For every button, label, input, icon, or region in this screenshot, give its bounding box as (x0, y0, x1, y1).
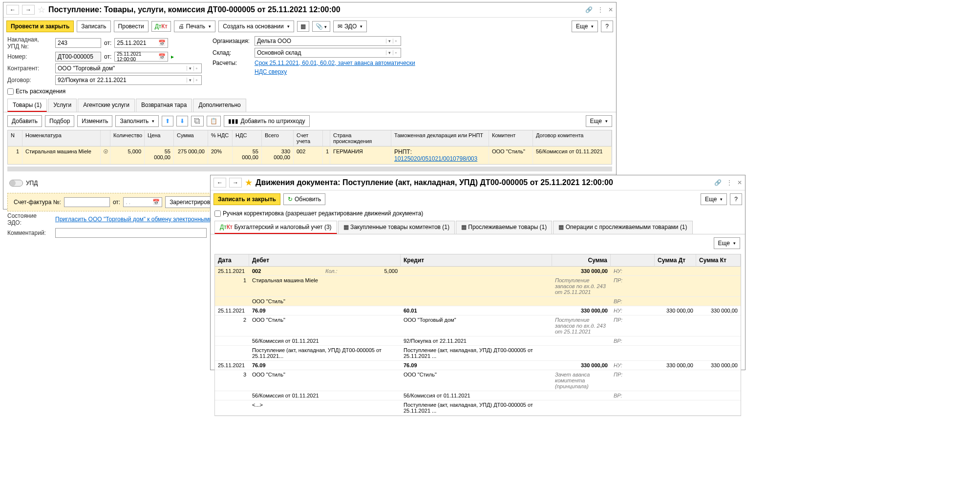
postings-header: Дата Дебет Кредит Сумма Сумма Дт Сумма К… (215, 254, 741, 267)
menu-icon[interactable]: ⋮ (597, 6, 603, 13)
comment-label: Комментарий: (7, 230, 52, 236)
tab-additional[interactable]: Дополнительно (193, 99, 246, 112)
invoice-no-input[interactable] (55, 38, 101, 48)
posting-row[interactable]: 25.11.2021 76.09 60.01 330 000,00 НУ: 33… (215, 306, 741, 361)
pick-button[interactable]: Подбор (45, 115, 74, 127)
table-header: N Номенклатура Количество Цена Сумма % Н… (8, 130, 612, 146)
upd-label: УПД (26, 180, 38, 187)
sf-number-input[interactable] (64, 197, 110, 207)
posting-row[interactable]: 25.11.2021 76.09 76.09 330 000,00 НУ: 33… (215, 361, 741, 416)
goods-toolbar: Добавить Подбор Изменить Заполнить ⬆ ⬇ ⿻… (3, 112, 616, 130)
contragent-label: Контрагент: (7, 65, 52, 72)
tab-traceable[interactable]: ▦ Прослеживаемые товары (1) (456, 221, 552, 234)
number-field: ДТ00-000005 (55, 52, 101, 62)
menu-icon-2[interactable]: ⋮ (726, 179, 732, 186)
edo-state-label: Состояние ЭДО: (7, 212, 52, 226)
calc-label: Расчеты: (213, 60, 252, 66)
more-button-2[interactable]: Еще (701, 193, 727, 205)
discrepancy-checkbox[interactable] (7, 88, 14, 95)
tab-accounting[interactable]: ДтКт Бухгалтерский и налоговый учет (3) (214, 221, 337, 234)
table-row[interactable]: 1 Стиральная машина Miele ⦾ 5,000 55 000… (8, 146, 612, 164)
attachment-icon-button[interactable]: 📎 (312, 21, 330, 32)
tab-agent-services[interactable]: Агентские услуги (78, 99, 135, 112)
tab-services[interactable]: Услуги (48, 99, 77, 112)
org-label: Организация: (213, 38, 252, 44)
goods-more-button[interactable]: Еще (586, 115, 612, 127)
nav-forward-button-2[interactable]: → (229, 178, 242, 188)
structure-icon-button[interactable]: ▦ (297, 21, 309, 32)
tab-traceable-ops[interactable]: ▦ Операции с прослеживаемыми товарами (1… (553, 221, 692, 234)
fill-button[interactable]: Заполнить (115, 115, 159, 127)
edit-row-button[interactable]: Изменить (77, 115, 112, 127)
movements-tabs: ДтКт Бухгалтерский и налоговый учет (3) … (211, 221, 745, 234)
help-button-2[interactable]: ? (730, 193, 742, 205)
post-and-close-button[interactable]: Провести и закрыть (6, 21, 74, 32)
sf-label: Счет-фактура №: (14, 199, 61, 206)
edo-invite-link[interactable]: Пригласить ООО "Торговый дом" к обмену э… (55, 216, 231, 223)
from-label-2: от: (104, 53, 111, 60)
number-date-input[interactable]: 25.11.2021 12:00:00📅 (114, 52, 168, 62)
posting-row[interactable]: 25.11.2021 002 Кол.: 5,000 330 000,00 НУ… (215, 267, 741, 306)
manual-correction-label: Ручная корректировка (разрешает редактир… (223, 210, 423, 217)
post-button[interactable]: Провести (114, 21, 149, 32)
nav-back-button[interactable]: ← (6, 5, 19, 15)
link-icon-2[interactable]: 🔗 (714, 179, 722, 186)
select-icon[interactable]: ⦾ (101, 146, 110, 164)
save-close-button[interactable]: Записать и закрыть (213, 193, 280, 205)
favorite-star-icon-2[interactable]: ★ (245, 177, 253, 188)
invoice-date-input[interactable]: 25.11.2021📅 (114, 38, 168, 48)
from-label: от: (104, 40, 111, 46)
window-title-2: Движения документа: Поступление (акт, на… (256, 178, 711, 187)
copy-icon-button[interactable]: ⿻ (191, 116, 204, 126)
tab-goods[interactable]: Товары (1) (7, 99, 47, 112)
help-button[interactable]: ? (601, 21, 613, 32)
vat-link[interactable]: НДС сверху (255, 68, 287, 75)
add-by-barcode-button[interactable]: ▮▮▮ Добавить по штрихкоду (224, 115, 309, 127)
comment-input[interactable] (55, 228, 207, 238)
tab-purchased-goods[interactable]: ▦ Закупленные товары комитентов (1) (338, 221, 455, 234)
discrepancy-label: Есть расхождения (16, 88, 65, 95)
warehouse-input[interactable]: Основной склад▾▫ (255, 48, 401, 58)
contragent-input[interactable]: ООО "Торговый дом"▾▫ (55, 63, 202, 73)
tabs: Товары (1) Услуги Агентские услуги Возвр… (3, 99, 616, 112)
postings-more-button[interactable]: Еще (714, 237, 740, 249)
manual-correction-checkbox[interactable] (214, 210, 221, 217)
main-toolbar: Провести и закрыть Записать Провести ДтК… (3, 18, 616, 35)
close-icon[interactable]: ✕ (608, 6, 613, 13)
move-down-button[interactable]: ⬇ (176, 116, 188, 126)
goods-table: N Номенклатура Количество Цена Сумма % Н… (7, 130, 612, 165)
favorite-star-icon[interactable]: ☆ (38, 4, 45, 15)
number-label: Номер: (7, 53, 52, 60)
table-scrollbar[interactable] (7, 167, 612, 171)
window-title: Поступление: Товары, услуги, комиссия ДТ… (48, 5, 582, 14)
more-button[interactable]: Еще (572, 21, 598, 32)
save-button[interactable]: Записать (77, 21, 110, 32)
titlebar-2: ← → ★ Движения документа: Поступление (а… (211, 175, 745, 190)
movements-window: ← → ★ Движения документа: Поступление (а… (210, 175, 746, 370)
new-indicator-icon[interactable]: ▸ (171, 53, 174, 60)
link-icon[interactable]: 🔗 (585, 6, 593, 13)
create-based-button[interactable]: Создать на основании (218, 21, 294, 32)
nav-forward-button[interactable]: → (22, 5, 35, 15)
warehouse-label: Склад: (213, 49, 252, 56)
print-button[interactable]: 🖨 Печать (174, 21, 215, 32)
org-input[interactable]: Дельта ООО▾▫ (255, 36, 401, 46)
sf-date-input[interactable]: . .📅 (123, 197, 162, 207)
tab-returnable[interactable]: Возвратная тара (136, 99, 192, 112)
invoice-no-label: Накладная, УПД №: (7, 36, 52, 50)
calc-link[interactable]: Срок 25.11.2021, 60.01, 60.02, зачет ава… (255, 60, 415, 66)
contract-input[interactable]: 92/Покупка от 22.11.2021▾▫ (55, 75, 202, 85)
move-up-button[interactable]: ⬆ (162, 116, 173, 126)
dtkt-icon-button[interactable]: ДтКт (151, 21, 171, 32)
postings-table: Дата Дебет Кредит Сумма Сумма Дт Сумма К… (214, 254, 741, 416)
contract-label: Договор: (7, 77, 52, 84)
add-row-button[interactable]: Добавить (7, 115, 42, 127)
upd-toggle[interactable] (9, 180, 23, 187)
close-icon-2[interactable]: ✕ (737, 179, 742, 186)
refresh-button[interactable]: ↻ Обновить (283, 193, 325, 205)
edo-button[interactable]: ✉ ЭДО (333, 21, 367, 32)
titlebar: ← → ☆ Поступление: Товары, услуги, комис… (3, 2, 616, 18)
paste-icon-button[interactable]: 📋 (207, 116, 221, 126)
nav-back-button-2[interactable]: ← (213, 178, 226, 188)
rnpt-link[interactable]: 10125020/051021/0010798/003 (394, 155, 477, 162)
